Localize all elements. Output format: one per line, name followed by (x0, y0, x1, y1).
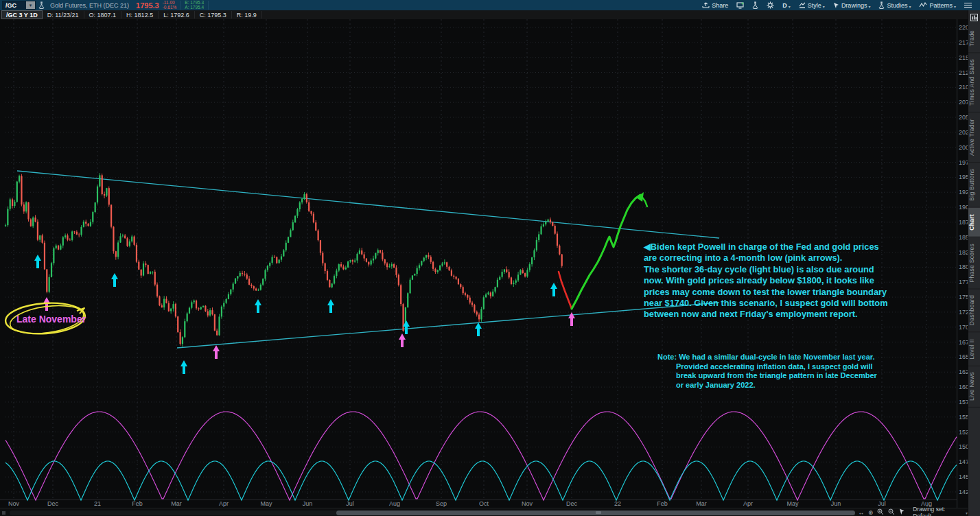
svg-text:2175: 2175 (959, 39, 968, 46)
symbol-dropdown-icon[interactable]: ▾ (26, 1, 35, 9)
patterns-icon (919, 2, 927, 8)
side-tab-level-ii[interactable]: Level II (968, 333, 980, 366)
side-tab-dashboard[interactable]: Dashboard (968, 289, 980, 332)
bar-high: H: 1812.5 (121, 11, 159, 19)
svg-text:break upward from the triangl: break upward from the triangle pattern i… (676, 371, 878, 379)
share-button[interactable]: Share (702, 2, 728, 9)
svg-text:between now and next Friday's: between now and next Friday's employment… (644, 309, 858, 319)
svg-text:1875: 1875 (959, 219, 968, 226)
status-bar: ‹ › ↔ ⊕ Drawing set: Default ▾ (0, 508, 968, 516)
status-left-marker (2, 511, 5, 515)
reset-zoom-icon[interactable]: ⊕ (868, 509, 873, 516)
side-tab-live-news[interactable]: Live News (968, 366, 980, 408)
svg-text:1975: 1975 (959, 159, 968, 166)
svg-text:Apr: Apr (743, 500, 753, 507)
side-tab-chart[interactable]: Chart (968, 208, 980, 237)
side-tab-phase-scores[interactable]: Phase Scores (968, 237, 980, 290)
bar-open: O: 1807.1 (84, 11, 122, 19)
svg-text:Mar: Mar (696, 500, 707, 507)
svg-text:1825: 1825 (959, 249, 968, 256)
svg-text:1850: 1850 (959, 234, 968, 241)
patterns-button[interactable]: Patterns▾ (919, 2, 956, 9)
side-tab-trade[interactable]: Trade (968, 24, 980, 53)
svg-text:1425: 1425 (959, 489, 968, 495)
svg-text:22: 22 (614, 500, 621, 507)
late-november-label[interactable]: Late November (16, 314, 86, 325)
last-price: 1795.3 (136, 1, 159, 10)
price-chart[interactable]: 2200217521502125210020752050202520001975… (0, 19, 968, 508)
bar-close: C: 1795.3 (195, 11, 232, 19)
svg-text:1450: 1450 (959, 473, 968, 480)
drawing-set-dropdown-icon[interactable]: ▾ (966, 511, 968, 515)
bar-range: R: 19.9 (232, 11, 262, 19)
side-tab-big-buttons[interactable]: Big Buttons (968, 163, 980, 208)
svg-text:Dec: Dec (47, 500, 59, 507)
bid-ask-block: B: 1795.3 A: 1795.4 (185, 1, 209, 10)
style-button[interactable]: Style▾ (799, 2, 825, 9)
svg-text:1550: 1550 (959, 414, 968, 421)
ask-value: A: 1795.4 (185, 5, 204, 10)
drawings-button[interactable]: Drawings▾ (833, 2, 871, 9)
svg-text:Mar: Mar (171, 500, 182, 507)
settings-button[interactable] (767, 1, 774, 9)
zoom-in-icon[interactable] (877, 508, 884, 516)
svg-text:The shorter 36-day cycle (ligh: The shorter 36-day cycle (light blue) is… (644, 264, 874, 274)
top-toolbar: /GC ▾ Gold Futures, ETH (DEC 21) 1795.3 … (0, 0, 980, 10)
svg-text:1525: 1525 (959, 429, 968, 436)
svg-text:1625: 1625 (959, 368, 968, 375)
flask-icon (878, 1, 885, 9)
svg-text:21: 21 (94, 500, 101, 507)
svg-text:2000: 2000 (959, 144, 968, 151)
svg-text:Jun: Jun (303, 500, 313, 507)
drawing-set-label[interactable]: Drawing set: Default (913, 506, 964, 516)
scrollbar-thumb[interactable] (336, 511, 855, 515)
panel-chart-icon[interactable] (968, 10, 980, 24)
svg-text:2200: 2200 (959, 24, 968, 31)
svg-text:Sep: Sep (436, 500, 447, 507)
svg-text:1575: 1575 (959, 399, 968, 406)
share-icon (702, 2, 710, 8)
menu-button[interactable] (964, 1, 972, 9)
svg-text:Jul: Jul (346, 500, 354, 507)
pan-icon[interactable]: ↔ (859, 509, 865, 516)
svg-text:Dec: Dec (566, 500, 578, 507)
link-flask-icon[interactable] (38, 1, 45, 9)
symbol-text: /GC (3, 2, 26, 9)
side-tab-active-trader[interactable]: Active Trader (968, 113, 980, 163)
svg-text:Nov: Nov (8, 500, 20, 507)
style-icon (799, 2, 806, 9)
svg-text:1725: 1725 (959, 309, 968, 316)
alerts-button[interactable] (736, 2, 744, 9)
gear-icon (767, 1, 774, 9)
svg-text:Apr: Apr (219, 500, 229, 507)
svg-text:1925: 1925 (959, 189, 968, 196)
horizontal-scrollbar[interactable] (10, 511, 839, 515)
svg-text:prices may come down to test t: prices may come down to test the lower t… (644, 287, 887, 297)
timeframe-button[interactable]: D▾ (782, 2, 791, 9)
symbol-range-box[interactable]: /GC 3 Y 1D (1, 10, 43, 19)
svg-text:1675: 1675 (959, 339, 968, 346)
side-tab-times-and-sales[interactable]: Times And Sales (968, 53, 980, 113)
svg-text:1500: 1500 (959, 443, 968, 450)
zoom-out-icon[interactable] (888, 508, 895, 516)
side-tab-strip: TradeTimes And SalesActive TraderBig But… (968, 10, 980, 516)
svg-text:near $1740. Given this scenari: near $1740. Given this scenario, I suspe… (644, 298, 888, 308)
studies-button[interactable]: Studies▾ (878, 1, 911, 9)
svg-text:2075: 2075 (959, 99, 968, 106)
symbol-input[interactable]: /GC ▾ (2, 1, 36, 10)
svg-text:2125: 2125 (959, 69, 968, 76)
svg-text:1600: 1600 (959, 384, 968, 390)
symbol-description: Gold Futures, ETH (DEC 21) (50, 2, 129, 9)
svg-text:now. With gold prices already: now. With gold prices already below $180… (644, 275, 874, 285)
svg-text:2150: 2150 (959, 54, 968, 61)
bar-date: D: 11/23/21 (43, 11, 84, 19)
svg-text:May: May (786, 500, 799, 507)
svg-text:1775: 1775 (959, 279, 968, 285)
change-percent: -0.61% (163, 5, 177, 10)
cursor-mode-icon[interactable] (899, 508, 905, 516)
svg-text:1650: 1650 (959, 353, 968, 360)
svg-text:1700: 1700 (959, 324, 968, 331)
flask-icon (752, 1, 758, 9)
toolbar-right: Share D▾ Style▾ Drawings▾ Studies▾ Patte… (698, 1, 980, 9)
quick-study-button[interactable] (752, 1, 758, 9)
